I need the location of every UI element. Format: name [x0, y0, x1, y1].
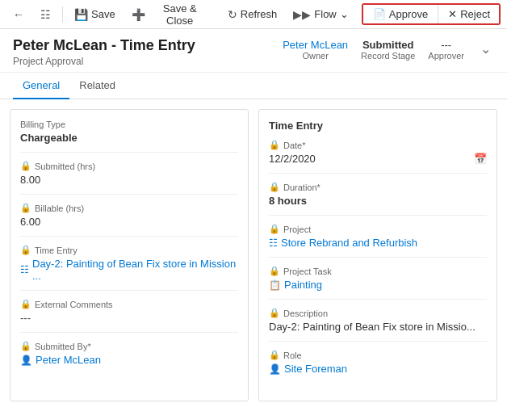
approver-value: --- — [428, 39, 464, 51]
content-area: Billing Type Chargeable 🔒 Submitted (hrs… — [0, 99, 507, 411]
right-panel: Time Entry 🔒 Date* 12/2/2020 📅 🔒 Duratio… — [258, 109, 497, 401]
save-button[interactable]: 💾 Save — [68, 5, 122, 24]
stage-label: Record Stage — [361, 51, 415, 61]
approve-reject-group: 📄 Approve ✕ Reject — [362, 3, 501, 25]
approve-button[interactable]: 📄 Approve — [363, 5, 438, 23]
record-title: Peter McLean - Time Entry Project Approv… — [13, 37, 195, 67]
save-close-icon: ➕ — [132, 8, 145, 21]
save-close-button[interactable]: ➕ Save & Close — [125, 0, 218, 30]
billable-hrs-field: 🔒 Billable (hrs) 6.00 — [20, 203, 238, 237]
save-icon: 💾 — [74, 8, 88, 21]
project-entity-icon: ☷ — [269, 237, 278, 249]
approve-label: Approve — [389, 8, 428, 20]
back-icon: ← — [13, 8, 24, 21]
flow-label: Flow — [314, 8, 336, 20]
expand-icon[interactable]: ⌄ — [477, 38, 494, 60]
grid-view-button[interactable]: ☷ — [34, 5, 57, 24]
approve-icon: 📄 — [373, 8, 386, 20]
lock-icon-4: 🔒 — [20, 299, 31, 309]
external-comments-label: 🔒 External Comments — [20, 299, 238, 309]
lock-icon-3: 🔒 — [20, 245, 31, 255]
submitted-hrs-value: 8.00 — [20, 174, 238, 186]
duration-field: 🔒 Duration* 8 hours — [269, 182, 487, 216]
page-subtitle: Project Approval — [13, 56, 195, 67]
save-close-label: Save & Close — [149, 2, 212, 27]
meta-owner: Peter McLean Owner — [283, 37, 348, 61]
meta-stage: Submitted Record Stage — [361, 37, 415, 61]
project-value[interactable]: ☷ Store Rebrand and Refurbish — [269, 237, 487, 249]
toolbar: ← ☷ 💾 Save ➕ Save & Close ↻ Refresh ▶▶ F… — [0, 0, 507, 29]
duration-value: 8 hours — [269, 195, 487, 207]
external-comments-field: 🔒 External Comments --- — [20, 299, 238, 333]
time-entry-label: 🔒 Time Entry — [20, 245, 238, 255]
submitted-by-label: 🔒 Submitted By* — [20, 341, 238, 351]
time-entry-value[interactable]: ☷ Day-2: Painting of Bean Fix store in M… — [20, 258, 238, 282]
lock-icon-r5: 🔒 — [269, 308, 280, 318]
external-comments-value: --- — [20, 312, 238, 324]
project-task-value[interactable]: 📋 Painting — [269, 279, 487, 291]
refresh-button[interactable]: ↻ Refresh — [221, 5, 284, 24]
billable-hrs-label: 🔒 Billable (hrs) — [20, 203, 238, 213]
billing-type-field: Billing Type Chargeable — [20, 120, 238, 153]
page-title: Peter McLean - Time Entry — [13, 37, 195, 54]
time-entry-field: 🔒 Time Entry ☷ Day-2: Painting of Bean F… — [20, 245, 238, 291]
tabs: General Related — [0, 73, 507, 99]
lock-icon: 🔒 — [20, 161, 31, 171]
refresh-icon: ↻ — [228, 8, 237, 21]
submitted-by-field: 🔒 Submitted By* 👤 Peter McLean — [20, 341, 238, 374]
role-value[interactable]: 👤 Site Foreman — [269, 363, 487, 375]
role-label: 🔒 Role — [269, 350, 487, 360]
lock-icon-r1: 🔒 — [269, 140, 280, 150]
description-label: 🔒 Description — [269, 308, 487, 318]
date-value: 12/2/2020 📅 — [269, 153, 487, 165]
left-panel: Billing Type Chargeable 🔒 Submitted (hrs… — [10, 109, 249, 401]
lock-icon-r3: 🔒 — [269, 224, 280, 234]
project-label: 🔒 Project — [269, 224, 487, 234]
lock-icon-5: 🔒 — [20, 341, 31, 351]
billing-type-value: Chargeable — [20, 132, 238, 144]
flow-button[interactable]: ▶▶ Flow ⌄ — [287, 5, 354, 24]
role-entity-icon: 👤 — [269, 363, 281, 375]
save-label: Save — [91, 8, 115, 20]
back-button[interactable]: ← — [6, 5, 31, 24]
tab-related[interactable]: Related — [69, 73, 125, 99]
flow-icon: ▶▶ — [293, 8, 311, 21]
meta-approver: --- Approver — [428, 37, 464, 61]
reject-button[interactable]: ✕ Reject — [438, 5, 500, 23]
date-label: 🔒 Date* — [269, 140, 487, 150]
project-task-field: 🔒 Project Task 📋 Painting — [269, 266, 487, 300]
role-field: 🔒 Role 👤 Site Foreman — [269, 350, 487, 383]
date-field: 🔒 Date* 12/2/2020 📅 — [269, 140, 487, 174]
owner-value[interactable]: Peter McLean — [283, 39, 348, 51]
refresh-label: Refresh — [241, 8, 278, 20]
record-meta: Peter McLean Owner Submitted Record Stag… — [283, 37, 494, 61]
stage-value: Submitted — [361, 39, 415, 51]
submitted-hrs-label: 🔒 Submitted (hrs) — [20, 161, 238, 171]
flow-chevron-icon: ⌄ — [340, 8, 349, 20]
approver-label: Approver — [428, 51, 464, 61]
separator-1 — [62, 6, 63, 23]
billable-hrs-value: 6.00 — [20, 216, 238, 228]
submitted-hrs-field: 🔒 Submitted (hrs) 8.00 — [20, 161, 238, 195]
grid-icon: ☷ — [40, 8, 51, 21]
lock-icon-r2: 🔒 — [269, 182, 280, 192]
lock-icon-r4: 🔒 — [269, 266, 280, 276]
calendar-icon[interactable]: 📅 — [474, 153, 487, 165]
submitted-by-value[interactable]: 👤 Peter McLean — [20, 354, 238, 366]
billing-type-label: Billing Type — [20, 120, 238, 129]
duration-label: 🔒 Duration* — [269, 182, 487, 192]
description-value: Day-2: Painting of Bean Fix store in Mis… — [269, 321, 487, 333]
grid-entity-icon: ☷ — [20, 264, 29, 275]
tab-general[interactable]: General — [13, 73, 69, 99]
right-panel-title: Time Entry — [269, 120, 487, 132]
task-entity-icon: 📋 — [269, 279, 281, 291]
project-task-label: 🔒 Project Task — [269, 266, 487, 276]
lock-icon-2: 🔒 — [20, 203, 31, 213]
person-entity-icon: 👤 — [20, 355, 32, 366]
reject-label: Reject — [460, 8, 490, 20]
record-header: Peter McLean - Time Entry Project Approv… — [0, 29, 507, 73]
reject-icon: ✕ — [448, 8, 457, 20]
project-field: 🔒 Project ☷ Store Rebrand and Refurbish — [269, 224, 487, 258]
description-field: 🔒 Description Day-2: Painting of Bean Fi… — [269, 308, 487, 342]
owner-label: Owner — [283, 51, 348, 61]
